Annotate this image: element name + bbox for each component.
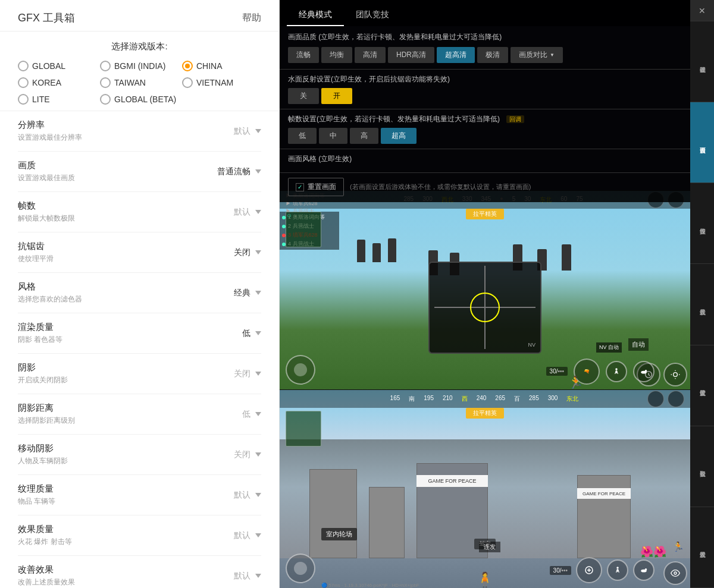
settings-list: 分辨率 设置游戏最佳分辨率 默认 画质 设置游戏最佳画质 普通流畅 帧数 解锁最 [0,111,279,588]
sidebar-tab-effects[interactable]: 效果设置 [690,507,714,588]
setting-value-shadow: 关闭 [234,369,250,379]
settings-overlay: 经典模式 团队竞技 画面品质 (立即生效，若运行卡顿、发热量和耗电量过大可适当降… [280,0,690,202]
chevron-down-icon [255,129,261,133]
water-on-btn[interactable]: 开 [321,88,352,104]
q-btn-compare[interactable]: 画质对比 ▼ [511,47,563,63]
reset-checkbox: ✓ [296,183,304,191]
radio-taiwan[interactable]: TAIWAN [100,77,146,88]
eye-circle[interactable] [663,561,687,585]
setting-improve[interactable]: 改善效果 改善上述质量效果 默认 [18,556,261,588]
setting-desc-resolution: 设置游戏最佳分辨率 [18,133,234,143]
radio-circle-global [18,61,29,71]
setting-value-shadow-dist: 低 [242,409,250,420]
sidebar-tab-controls[interactable]: 操作设置 [690,183,714,264]
yellow-banner-bottom: 拉平精英 [466,408,504,419]
setting-value-moving-shadow: 关闭 [234,449,250,460]
setting-value-texture: 默认 [234,490,250,501]
radio-label-lite: LITE [32,95,50,104]
setting-fps[interactable]: 帧数 解锁最大帧数极限 默认 [18,192,261,232]
setting-style[interactable]: 风格 选择您喜欢的滤色器 经典 [18,273,261,313]
action-btn-1[interactable] [607,559,628,581]
fps-note: 回调 [506,115,524,123]
compass-bar-bottom: 165南195210西240265百285300东北 [321,395,647,403]
player-character: 🧍 [476,571,494,588]
crouch-circle[interactable] [606,361,627,382]
setting-texture[interactable]: 纹理质量 物品 车辆等 默认 [18,475,261,515]
q-btn-balanced[interactable]: 均衡 [321,47,352,63]
sidebar-tab-sensitivity[interactable]: 灵敏度设置 [690,345,714,426]
q-btn-hd[interactable]: 高清 [355,47,386,63]
setting-effect[interactable]: 效果质量 火花 爆炸 射击等 默认 [18,515,261,556]
radio-bgmi[interactable]: BGMI (INDIA) [100,61,165,71]
fps-high-btn[interactable]: 高 [350,128,378,144]
reset-button[interactable]: ✓ 重置画面 [288,178,344,196]
tab-classic[interactable]: 经典模式 [287,5,344,26]
radio-circle-bgmi [100,61,111,71]
setting-moving-shadow[interactable]: 移动阴影 人物及车辆阴影 关闭 [18,435,261,475]
setting-aa[interactable]: 抗锯齿 使纹理平滑 关闭 [18,232,261,273]
setting-name-shadow-dist: 阴影距离 [18,403,242,414]
reset-hint: (若画面设置后游戏体验不佳，或需你复默认设置，请重置画面) [350,183,531,191]
radio-label-bgmi: BGMI (INDIA) [114,61,165,71]
setting-value-quality: 普通流畅 [217,166,250,177]
bottom-action-row-2: 30/••• [550,557,654,583]
radio-lite[interactable]: LITE [18,94,50,105]
joystick-bottom [286,554,315,583]
help-link[interactable]: 帮助 [242,12,261,24]
prone-circle[interactable] [633,361,654,382]
q-btn-extreme[interactable]: 极清 [477,47,508,63]
svg-point-14 [674,572,677,574]
fps-ultra-btn[interactable]: 超高 [381,128,416,144]
radio-circle-china [182,61,193,71]
setting-value-improve: 默认 [234,571,250,581]
radio-vietnam[interactable]: VIETNAM [182,77,233,88]
fire-btn-bottom[interactable] [576,557,602,583]
sidebar-tab-vehicle[interactable]: 载具设置 [690,264,714,345]
game-screen-top: 拉平精英 ▶ 风吹相关词句等▶ 奥斯洛词向等▶ 填军兵628▶ 兵营战士 285… [280,190,690,389]
setting-name-improve: 改善效果 [18,564,234,576]
chevron-down-icon-improve [255,574,261,578]
right-sidebar: ✕ 基础设置 画面设置 操作设置 载具设置 灵敏度设置 拾取设置 效果设置 [690,0,714,588]
chevron-down-icon-quality [255,169,261,174]
radio-china[interactable]: CHINA [182,61,223,71]
setting-value-fps: 默认 [234,207,250,218]
sidebar-tab-graphics[interactable]: 画面设置 [690,102,714,183]
water-off-btn[interactable]: 关 [288,88,319,104]
radio-global-beta[interactable]: GLOBAL (BETA) [100,94,176,105]
setting-value-resolution: 默认 [234,126,250,137]
fps-low-btn[interactable]: 低 [288,128,317,144]
setting-resolution[interactable]: 分辨率 设置游戏最佳分辨率 默认 [18,111,261,152]
fps-buttons: 低 中 高 超高 [288,128,682,144]
setting-shadow[interactable]: 阴影 开启或关闭阴影 关闭 [18,354,261,394]
setting-desc-fps: 解锁最大帧数极限 [18,213,234,224]
sidebar-tab-pickup[interactable]: 拾取设置 [690,426,714,507]
setting-name-moving-shadow: 移动阴影 [18,443,234,454]
setting-shadow-dist[interactable]: 阴影距离 选择阴影距离级别 低 [18,394,261,435]
radio-label-taiwan: TAIWAN [114,78,146,87]
setting-quality[interactable]: 画质 设置游戏最佳画质 普通流畅 [18,152,261,192]
water-toggle-row: 关 开 [288,88,682,104]
version-title: 选择游戏版本: [18,41,261,52]
q-btn-hdr[interactable]: HDR高清 [388,47,434,63]
mini-map-top: ⬡ [286,212,321,247]
radio-global[interactable]: GLOBAL [18,61,65,71]
action-btn-2[interactable] [633,559,654,581]
sidebar-close-button[interactable]: ✕ [690,0,714,21]
setting-desc-shadow: 开启或关闭阴影 [18,375,234,385]
app-title: GFX 工具箱 [18,11,75,25]
q-btn-ultra[interactable]: 超高清 [437,47,475,63]
radio-circle-global-beta [100,94,111,105]
fps-section: 帧数设置(立即生效，若运行卡顿、发热量和耗电量过大可适当降低) 回调 低 中 高… [280,109,690,149]
mini-map-bottom [286,411,321,446]
radio-label-vietnam: VIETNAM [196,78,233,87]
q-btn-smooth[interactable]: 流畅 [288,47,319,63]
tab-team[interactable]: 团队竞技 [344,5,401,26]
setting-desc-texture: 物品 车辆等 [18,496,234,507]
radio-label-global-beta: GLOBAL (BETA) [114,95,176,104]
setting-render[interactable]: 渲染质量 阴影 着色器等 低 [18,313,261,354]
sidebar-tab-basic[interactable]: 基础设置 [690,21,714,102]
fps-mid-btn[interactable]: 中 [319,128,347,144]
radio-label-china: CHINA [196,61,223,71]
radio-korea[interactable]: KOREA [18,77,61,88]
action-circle-2[interactable] [663,363,687,386]
